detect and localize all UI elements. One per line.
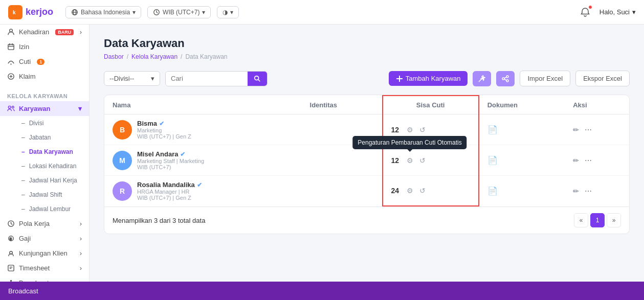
sidebar-item-klaim[interactable]: Klaim — [0, 69, 89, 84]
cuti-number: 12 — [391, 156, 402, 165]
wand-button[interactable] — [473, 71, 491, 86]
logo-icon: k — [8, 5, 23, 19]
user-chevron-icon: ▾ — [632, 8, 636, 16]
page-prev-button[interactable]: « — [574, 213, 588, 227]
lokasi-label: Lokasi Kehadiran — [29, 163, 77, 170]
pola-kerja-chevron-icon: › — [80, 220, 82, 227]
sidebar-item-izin[interactable]: Izin — [0, 39, 89, 54]
logo-text: kerjoo — [26, 7, 53, 17]
sidebar-item-broadcast[interactable]: Broadcast — [0, 275, 89, 282]
tambah-label: Tambah Karyawan — [406, 75, 461, 82]
cuti-history-button[interactable]: ↺ — [418, 125, 427, 135]
breadcrumb-kelola[interactable]: Kelola Karyawan — [131, 53, 177, 60]
cuti-settings-wrap: ⚙ Pengaturan Pembaruan Cuti Otomatis — [406, 155, 414, 166]
more-options-icon[interactable]: ⋯ — [585, 187, 592, 195]
col-identitas: Identitas — [302, 96, 383, 114]
more-options-icon[interactable]: ⋯ — [585, 126, 592, 134]
employee-role: HRGA Manager | HR — [137, 189, 202, 195]
sidebar-item-jadwal-shift[interactable]: – Jadwal Shift — [14, 188, 89, 202]
employee-role: Marketing — [137, 127, 191, 133]
verified-icon: ✔ — [159, 120, 164, 127]
sidebar-item-lokasi[interactable]: – Lokasi Kehadiran — [14, 159, 89, 173]
employee-detail: WIB (UTC+7) — [137, 164, 204, 170]
karyawan-icon — [7, 105, 15, 112]
tz-chevron-icon: ▾ — [202, 9, 205, 16]
divisi-dash: – — [21, 120, 25, 127]
cuti-history-button[interactable]: ↺ — [418, 186, 427, 196]
employee-detail: WIB (UTC+7) | Gen Z — [137, 133, 191, 140]
cuti-badge: 1 — [37, 59, 45, 65]
cuti-settings-button[interactable]: ⚙ — [406, 155, 414, 166]
jadwal-hari-dash: – — [21, 177, 25, 184]
avatar: M — [113, 151, 132, 170]
pola-kerja-label: Pola Kerja — [19, 220, 50, 227]
employee-name-cell: B Bisma ✔ Marketing WIB (UTC+7) | Gen Z — [104, 114, 302, 145]
page-title: Data Karyawan — [104, 37, 630, 50]
table-row: B Bisma ✔ Marketing WIB (UTC+7) | Gen Z … — [104, 114, 629, 145]
sidebar-item-divisi[interactable]: – Divisi — [14, 116, 89, 130]
document-icon: 📄 — [487, 125, 498, 134]
data-karyawan-dash: – — [21, 148, 25, 155]
svg-point-6 — [10, 29, 13, 32]
svg-line-34 — [504, 77, 506, 78]
user-menu[interactable]: Halo, Suci ▾ — [599, 8, 636, 16]
kehadiran-icon — [7, 28, 15, 36]
verified-icon: ✔ — [180, 151, 185, 158]
data-karyawan-label: Data Karyawan — [29, 148, 73, 155]
page-1-button[interactable]: 1 — [590, 213, 605, 227]
sidebar-item-jadwal-hari[interactable]: – Jadwal Hari Kerja — [14, 173, 89, 188]
sidebar-item-jabatan[interactable]: – Jabatan — [14, 130, 89, 145]
dokumen-cell: 📄 — [479, 145, 565, 176]
kehadiran-label: Kehadiran — [19, 28, 49, 36]
sidebar-item-kunjungan[interactable]: Kunjungan Klien › — [0, 246, 89, 261]
klaim-label: Klaim — [19, 73, 36, 80]
karyawan-chevron-icon: ▾ — [78, 105, 82, 112]
employee-info: R Rosalia Mandalika ✔ HRGA Manager | HR … — [113, 181, 294, 201]
notification-badge — [588, 5, 592, 9]
sidebar-item-kehadiran[interactable]: Kehadiran BARU › — [0, 25, 89, 39]
cuti-settings-button[interactable]: ⚙ — [406, 186, 414, 196]
share-button[interactable] — [496, 71, 515, 86]
search-button[interactable] — [248, 72, 267, 86]
sidebar-item-jadwal-lembur[interactable]: – Jadwal Lembur — [14, 202, 89, 216]
klaim-icon — [7, 73, 15, 80]
divisi-select[interactable]: --Divisi-- ▾ — [104, 71, 160, 86]
sidebar-item-pola-kerja[interactable]: Pola Kerja › — [0, 216, 89, 231]
sidebar-item-data-karyawan[interactable]: – Data Karyawan — [14, 145, 89, 159]
employee-table: Nama Identitas Sisa Cuti Dokumen Aksi B … — [104, 95, 630, 234]
summary-text: Menampilkan 3 dari 3 total data — [113, 217, 205, 224]
impor-button[interactable]: Impor Excel — [520, 71, 570, 86]
notification-bell[interactable] — [577, 4, 593, 20]
identitas-cell — [302, 176, 383, 206]
sidebar-item-karyawan[interactable]: Karyawan ▾ — [0, 101, 89, 116]
kunjungan-icon — [7, 249, 15, 257]
cuti-history-button[interactable]: ↺ — [418, 155, 427, 166]
page-next-button[interactable]: » — [607, 213, 621, 227]
table-row: M Misel Andara ✔ Marketing Staff | Marke… — [104, 145, 629, 176]
search-input[interactable] — [166, 72, 248, 85]
sidebar-item-gaji[interactable]: $ Gaji › — [0, 231, 89, 246]
employee-details: Misel Andara ✔ Marketing Staff | Marketi… — [137, 150, 204, 170]
language-selector[interactable]: Bahasa Indonesia ▾ — [65, 6, 141, 18]
share-icon — [501, 75, 509, 83]
globe-icon — [71, 9, 78, 16]
edit-icon[interactable]: ✏ — [573, 156, 579, 165]
divisi-label: Divisi — [29, 120, 44, 127]
sidebar-item-timesheet[interactable]: Timesheet › — [0, 261, 89, 275]
timezone-selector[interactable]: WIB (UTC+7) ▾ — [147, 6, 211, 18]
employee-detail: WIB (UTC+7) | Gen Z — [137, 195, 202, 201]
ekspor-button[interactable]: Ekspor Excel — [575, 71, 630, 86]
sidebar-item-cuti[interactable]: Cuti 1 — [0, 54, 89, 69]
employee-name-cell: R Rosalia Mandalika ✔ HRGA Manager | HR … — [104, 176, 302, 206]
jabatan-label: Jabatan — [29, 134, 51, 141]
tambah-karyawan-button[interactable]: Tambah Karyawan — [389, 71, 468, 86]
edit-icon[interactable]: ✏ — [573, 126, 579, 134]
gaji-icon: $ — [7, 235, 15, 242]
edit-icon[interactable]: ✏ — [573, 187, 579, 195]
theme-toggle[interactable]: ◑ ▾ — [217, 6, 239, 18]
jabatan-dash: – — [21, 134, 25, 141]
cuti-settings-button[interactable]: ⚙ — [406, 125, 414, 135]
breadcrumb-dasbor[interactable]: Dasbor — [104, 53, 124, 60]
more-options-icon[interactable]: ⋯ — [585, 156, 592, 165]
bottom-bar: Broadcast — [0, 282, 644, 300]
